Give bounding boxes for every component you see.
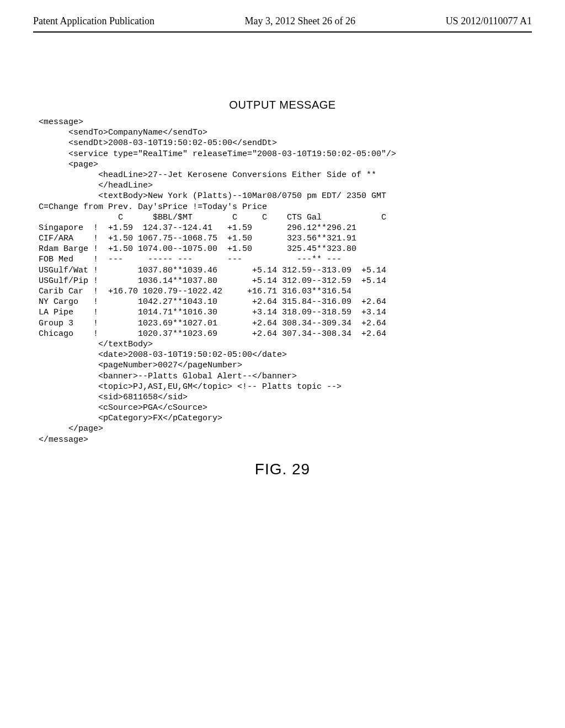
xml-code-block: <message> <sendTo>CompanyName</sendTo> <…	[39, 117, 526, 445]
page-content: OUTPUT MESSAGE <message> <sendTo>Company…	[0, 33, 565, 478]
output-message-title: OUTPUT MESSAGE	[39, 99, 526, 111]
figure-label: FIG. 29	[39, 461, 526, 478]
page-header: Patent Application Publication May 3, 20…	[0, 0, 565, 30]
header-center: May 3, 2012 Sheet 26 of 26	[245, 15, 355, 27]
header-right: US 2012/0110077 A1	[446, 15, 532, 27]
header-left: Patent Application Publication	[33, 15, 154, 27]
